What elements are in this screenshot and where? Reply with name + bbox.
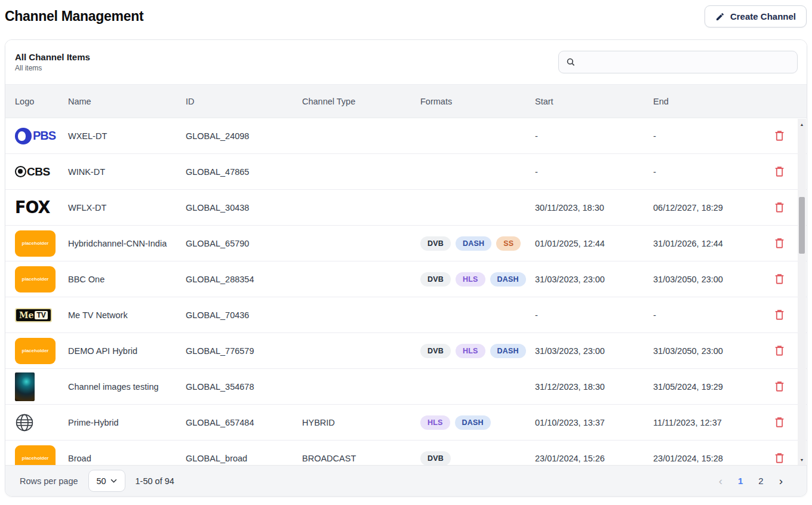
page-number-2[interactable]: 2 xyxy=(758,476,763,486)
format-badge-ss: SS xyxy=(496,236,521,251)
format-badge-hls: HLS xyxy=(456,272,485,287)
fox-logo: FOX xyxy=(15,198,50,217)
vertical-scrollbar[interactable]: ▲ ▼ xyxy=(798,119,806,466)
pagination-range-text: 1-50 of 94 xyxy=(136,476,174,486)
channel-id: GLOBAL_776579 xyxy=(181,346,297,356)
channel-start-date: 01/01/2025, 12:44 xyxy=(530,239,648,248)
page-title: Channel Management xyxy=(5,8,143,24)
scrollbar-thumb[interactable] xyxy=(799,197,805,254)
trash-icon xyxy=(774,417,785,428)
table-row[interactable]: CBS WINK-DT GLOBAL_47865 - - xyxy=(5,154,807,190)
table-row[interactable]: MeTV Me TV Network GLOBAL_70436 - - xyxy=(5,297,807,333)
search-input[interactable] xyxy=(580,57,790,67)
column-header-formats: Formats xyxy=(416,97,530,106)
delete-channel-button[interactable] xyxy=(772,344,786,358)
trash-icon xyxy=(774,166,785,177)
page-number-1[interactable]: 1 xyxy=(738,476,743,486)
prev-page-icon[interactable]: ‹ xyxy=(719,475,722,486)
table-row[interactable]: placeholder DEMO API Hybrid GLOBAL_77657… xyxy=(5,333,807,369)
trash-icon xyxy=(774,238,785,249)
channel-start-date: - xyxy=(530,131,648,141)
trash-icon xyxy=(774,452,785,464)
channel-id: GLOBAL_288354 xyxy=(181,275,297,284)
channel-type: BROADCAST xyxy=(297,454,416,463)
channel-end-date: 31/03/2050, 23:00 xyxy=(648,275,760,284)
pagination: ‹ 12› xyxy=(719,475,797,486)
channel-start-date: 01/10/2023, 13:37 xyxy=(530,418,648,427)
metv-logo: MeTV xyxy=(15,308,52,322)
delete-channel-button[interactable] xyxy=(772,201,786,215)
rows-per-page-value: 50 xyxy=(96,476,106,486)
channel-name: BBC One xyxy=(63,275,181,284)
delete-channel-button[interactable] xyxy=(772,380,786,394)
column-header-id: ID xyxy=(181,97,297,106)
table-row[interactable]: placeholder BBC One GLOBAL_288354 DVBHLS… xyxy=(5,261,807,297)
table-footer: Rows per page 50 1-50 of 94 ‹ 12› xyxy=(5,465,807,496)
channel-id: GLOBAL_24098 xyxy=(181,131,297,141)
table-row[interactable]: placeholder Broad GLOBAL_broad BROADCAST… xyxy=(5,441,807,466)
format-badge-dash: DASH xyxy=(455,415,491,430)
cbs-logo: CBS xyxy=(15,165,50,178)
delete-channel-button[interactable] xyxy=(772,165,786,179)
channel-name: Broad xyxy=(63,454,181,463)
pencil-icon xyxy=(715,12,725,21)
channel-logo-cell xyxy=(5,413,63,432)
format-badge-hls: HLS xyxy=(456,344,485,358)
channel-name: Channel images testing xyxy=(63,382,181,392)
table-row[interactable]: Channel images testing GLOBAL_354678 31/… xyxy=(5,369,807,405)
channel-logo-cell xyxy=(5,372,63,401)
channel-formats: HLSDASH xyxy=(416,415,530,430)
table-body: PBS WXEL-DT GLOBAL_24098 - - CBS WINK-DT… xyxy=(5,118,807,466)
scroll-up-icon[interactable]: ▲ xyxy=(798,120,806,129)
table-row[interactable]: FOX WFLX-DT GLOBAL_30438 30/11/2023, 18:… xyxy=(5,190,807,226)
channel-id: GLOBAL_30438 xyxy=(181,203,297,213)
pbs-logo: PBS xyxy=(15,128,56,144)
channel-logo-cell: placeholder xyxy=(5,445,63,467)
panel-heading: All Channel Items xyxy=(15,52,90,62)
channel-end-date: - xyxy=(648,310,760,320)
next-page-icon[interactable]: › xyxy=(779,475,783,486)
delete-channel-button[interactable] xyxy=(772,451,786,466)
scroll-down-icon[interactable]: ▼ xyxy=(798,455,806,464)
channel-name: DEMO API Hybrid xyxy=(63,346,181,356)
table-row[interactable]: PBS WXEL-DT GLOBAL_24098 - - xyxy=(5,118,807,154)
channel-end-date: 11/11/2023, 12:37 xyxy=(648,418,760,427)
table-row[interactable]: placeholder Hybridchannel-CNN-India GLOB… xyxy=(5,226,807,261)
channel-formats: DVBDASHSS xyxy=(416,236,530,251)
channel-logo-cell: placeholder xyxy=(5,338,63,364)
channel-end-date: 23/01/2024, 15:28 xyxy=(648,454,760,463)
rows-per-page-label: Rows per page xyxy=(20,476,78,486)
create-channel-button[interactable]: Create Channel xyxy=(705,5,807,27)
search-box[interactable] xyxy=(558,51,798,73)
format-badge-dvb: DVB xyxy=(420,344,451,358)
column-header-logo: Logo xyxy=(5,97,63,106)
rows-per-page-select[interactable]: 50 xyxy=(88,470,125,492)
channel-logo-cell: PBS xyxy=(5,128,63,144)
trash-icon xyxy=(774,381,785,392)
create-channel-label: Create Channel xyxy=(730,11,796,21)
channel-id: GLOBAL_broad xyxy=(181,454,297,463)
delete-channel-button[interactable] xyxy=(772,272,786,287)
delete-channel-button[interactable] xyxy=(772,129,786,143)
channel-name: WXEL-DT xyxy=(63,131,181,141)
placeholder-logo: placeholder xyxy=(15,338,56,364)
chevron-down-icon xyxy=(110,479,117,483)
table-row[interactable]: Prime-Hybrid GLOBAL_657484 HYBRID HLSDAS… xyxy=(5,405,807,441)
channel-end-date: - xyxy=(648,167,760,177)
column-header-end: End xyxy=(648,97,760,106)
trash-icon xyxy=(774,309,785,321)
table-header-row: Logo Name ID Channel Type Formats Start … xyxy=(5,84,807,118)
trash-icon xyxy=(774,273,785,285)
channel-start-date: 31/03/2023, 23:00 xyxy=(530,275,648,284)
channel-start-date: 23/01/2024, 15:26 xyxy=(530,454,648,463)
delete-channel-button[interactable] xyxy=(772,308,786,322)
channel-end-date: - xyxy=(648,131,760,141)
channel-id: GLOBAL_70436 xyxy=(181,310,297,320)
delete-channel-button[interactable] xyxy=(772,236,786,251)
channel-start-date: - xyxy=(530,167,648,177)
channel-formats: DVBHLSDASH xyxy=(416,272,530,287)
delete-channel-button[interactable] xyxy=(772,415,786,430)
trash-icon xyxy=(774,345,785,356)
channel-logo-cell: MeTV xyxy=(5,308,63,322)
column-header-start: Start xyxy=(530,97,648,106)
